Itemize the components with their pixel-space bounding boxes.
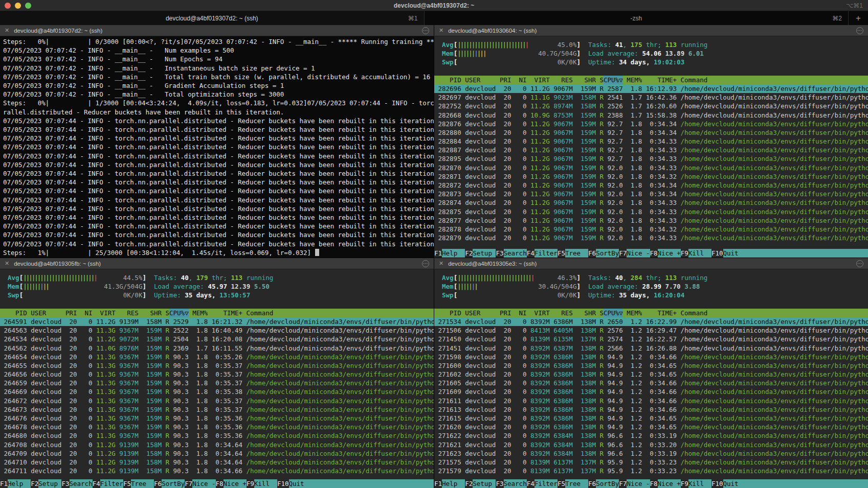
fkey-setup[interactable]: F2Setup xyxy=(465,249,496,258)
process-row[interactable]: 264659devcloud20011.3G9367M159MR90.31.80… xyxy=(0,379,434,387)
fkey-kill[interactable]: F9Kill xyxy=(247,479,277,488)
fkey-setup[interactable]: F2Setup xyxy=(465,479,496,488)
process-row[interactable]: 264678devcloud20011.3G9367M159MR90.31.80… xyxy=(0,423,434,431)
close-window-button[interactable] xyxy=(5,3,11,9)
process-row[interactable]: 271615devcloud2008392M6386M138MR94.91.20… xyxy=(434,414,868,423)
process-row[interactable]: 264709devcloud20011.2G9139M158MR90.31.80… xyxy=(0,449,434,458)
fkey-sortby[interactable]: F6SortBy xyxy=(588,249,619,258)
minimize-window-button[interactable] xyxy=(15,3,21,9)
column-header-cpu[interactable]: CPU%▽ xyxy=(169,309,189,317)
pane-menu-icon[interactable]: ⋯ xyxy=(856,27,863,34)
column-header-cpu[interactable]: CPU%▽ xyxy=(604,309,623,317)
pane-menu-icon[interactable]: ⋯ xyxy=(422,260,429,267)
column-header-s[interactable]: S xyxy=(162,309,169,317)
column-header-cmd[interactable]: Command xyxy=(677,309,868,317)
pane-menu-icon[interactable]: ⋯ xyxy=(856,260,863,267)
fkey-quit[interactable]: F10Quit xyxy=(711,479,739,488)
process-row[interactable]: 271611devcloud2008392M6386M138MR94.91.20… xyxy=(434,397,868,405)
process-row[interactable]: 282875devcloud20011.2G9067M159MR92.01.80… xyxy=(434,207,868,216)
column-header-res[interactable]: RES xyxy=(116,309,139,317)
process-row[interactable]: 282880devcloud20011.2G9067M159MR92.71.80… xyxy=(434,128,868,137)
process-row[interactable]: 264710devcloud20011.2G9139M158MR90.31.80… xyxy=(0,458,434,467)
fkey-kill[interactable]: F9Kill xyxy=(681,479,711,488)
process-row[interactable]: 264655devcloud20011.3G9367M159MR90.31.80… xyxy=(0,361,434,370)
column-header-pri[interactable]: PRI xyxy=(496,76,511,84)
process-row[interactable]: 271605devcloud2008392M6386M138MR94.91.20… xyxy=(434,379,868,387)
fkey-kill[interactable]: F9Kill xyxy=(681,249,711,258)
tab-zsh[interactable]: -zsh ⌘2 xyxy=(425,11,849,25)
fkey-search[interactable]: F3Search xyxy=(61,479,92,488)
process-row[interactable]: 271623devcloud2008392M6384M138MR96.61.20… xyxy=(434,449,868,458)
column-header-res[interactable]: RES xyxy=(550,309,573,317)
column-header-shr[interactable]: SHR xyxy=(573,76,596,84)
process-row[interactable]: 282668devcloud20010.9G8753M159MR23881.71… xyxy=(434,111,868,120)
process-row[interactable]: 271534devcloud2008392M6386M138MR26501.21… xyxy=(434,317,868,326)
fkey-nice-[interactable]: F8Nice + xyxy=(650,479,681,488)
tab-session-ssh[interactable]: devcloud@a4bf019307d2: ~ (ssh) ⌘1 xyxy=(0,11,425,25)
process-row[interactable]: 282872devcloud20011.2G9067M159MR92.01.80… xyxy=(434,181,868,190)
fkey-help[interactable]: F1Help xyxy=(434,479,465,488)
column-header-ni[interactable]: NI xyxy=(511,309,526,317)
column-header-pid[interactable]: PID xyxy=(434,309,461,317)
process-row[interactable]: 282870devcloud20011.2G9067M159MR92.01.80… xyxy=(434,164,868,172)
process-row[interactable]: 282895devcloud20011.2G9067M159MR92.71.80… xyxy=(434,154,868,163)
process-row[interactable]: 264534devcloud20011.2G9072M158MR25041.81… xyxy=(0,335,434,343)
column-header-ni[interactable]: NI xyxy=(511,76,526,84)
column-header-pid[interactable]: PID xyxy=(434,76,461,84)
fkey-help[interactable]: F1Help xyxy=(0,479,31,488)
process-row[interactable]: 264562devcloud20011.0G8976M159MR23691.71… xyxy=(0,344,434,353)
fkey-nice-[interactable]: F8Nice + xyxy=(650,249,681,258)
process-row[interactable]: 264673devcloud20011.3G9367M159MR90.31.80… xyxy=(0,405,434,414)
column-header-time[interactable]: TIME+ xyxy=(208,309,242,317)
column-header-s[interactable]: S xyxy=(596,76,604,84)
fkey-tree[interactable]: F5Tree xyxy=(123,479,154,488)
column-header-time[interactable]: TIME+ xyxy=(642,76,677,84)
process-row[interactable]: 282871devcloud20011.2G9067M159MR92.01.80… xyxy=(434,172,868,181)
pane-menu-icon[interactable]: ⋯ xyxy=(422,27,429,34)
new-tab-button[interactable]: + xyxy=(849,11,868,25)
column-header-virt[interactable]: VIRT xyxy=(527,76,550,84)
process-row[interactable]: 282878devcloud20011.2G9067M159MR92.01.80… xyxy=(434,225,868,234)
process-row[interactable]: 264654devcloud20011.3G9367M159MR90.31.80… xyxy=(0,353,434,361)
pane-close-icon[interactable]: ✕ xyxy=(439,261,443,266)
process-row[interactable]: 271600devcloud2008392M6386M138MR94.91.20… xyxy=(434,361,868,370)
column-header-user[interactable]: USER xyxy=(27,309,62,317)
process-row[interactable]: 264656devcloud20011.3G9367M159MR90.31.80… xyxy=(0,370,434,379)
fkey-nice-[interactable]: F7Nice - xyxy=(619,249,650,258)
fkey-setup[interactable]: F2Setup xyxy=(31,479,61,488)
fkey-sortby[interactable]: F6SortBy xyxy=(588,479,619,488)
process-row[interactable]: 264672devcloud20011.3G9367M159MR90.31.80… xyxy=(0,397,434,405)
column-header-virt[interactable]: VIRT xyxy=(93,309,116,317)
column-header-shr[interactable]: SHR xyxy=(573,309,596,317)
fkey-help[interactable]: F1Help xyxy=(434,249,465,258)
process-row[interactable]: 264676devcloud20011.3G9367M159MR90.31.80… xyxy=(0,414,434,423)
process-row[interactable]: 264680devcloud20011.3G9367M159MR90.31.80… xyxy=(0,431,434,440)
fkey-quit[interactable]: F10Quit xyxy=(711,249,739,258)
process-row[interactable]: 282876devcloud20011.2G9067M159MR92.71.80… xyxy=(434,120,868,128)
column-header-res[interactable]: RES xyxy=(550,76,573,84)
process-row[interactable]: 282887devcloud20011.2G9067M159MR92.71.80… xyxy=(434,146,868,154)
pane-close-icon[interactable]: ✕ xyxy=(5,28,9,33)
fkey-search[interactable]: F3Search xyxy=(496,249,526,258)
htop-terminal[interactable]: Avg[|||||||||||||||||||||||||||46.3%]Tas… xyxy=(434,269,868,488)
column-header-time[interactable]: TIME+ xyxy=(642,309,677,317)
fkey-tree[interactable]: F5Tree xyxy=(558,479,588,488)
fkey-nice-[interactable]: F8Nice + xyxy=(216,479,247,488)
column-header-user[interactable]: USER xyxy=(461,76,496,84)
process-row[interactable]: 271620devcloud2008392M6386M138MR94.91.20… xyxy=(434,423,868,431)
process-row[interactable]: 282879devcloud20011.2G9067M159MR92.01.80… xyxy=(434,234,868,242)
process-row[interactable]: 271613devcloud2008392M6386M138MR94.91.20… xyxy=(434,405,868,414)
process-row[interactable]: 282877devcloud20011.2G9067M159MR92.01.80… xyxy=(434,216,868,225)
fkey-nice-[interactable]: F7Nice - xyxy=(185,479,215,488)
column-header-user[interactable]: USER xyxy=(461,309,496,317)
zoom-window-button[interactable] xyxy=(25,3,31,9)
column-header-mem[interactable]: MEM% xyxy=(623,76,642,84)
fkey-sortby[interactable]: F6SortBy xyxy=(154,479,185,488)
fkey-quit[interactable]: F10Quit xyxy=(277,479,304,488)
process-row[interactable]: 282874devcloud20011.2G9067M159MR92.01.80… xyxy=(434,198,868,207)
pane-close-icon[interactable]: ✕ xyxy=(5,261,9,266)
process-row[interactable]: 282752devcloud20011.2G8974M158MR25261.71… xyxy=(434,102,868,110)
column-header-mem[interactable]: MEM% xyxy=(189,309,208,317)
process-row[interactable]: 271579devcloud2008139M6137M137MR95.91.20… xyxy=(434,467,868,475)
process-row[interactable]: 271609devcloud2008392M6386M138MR94.91.20… xyxy=(434,387,868,396)
